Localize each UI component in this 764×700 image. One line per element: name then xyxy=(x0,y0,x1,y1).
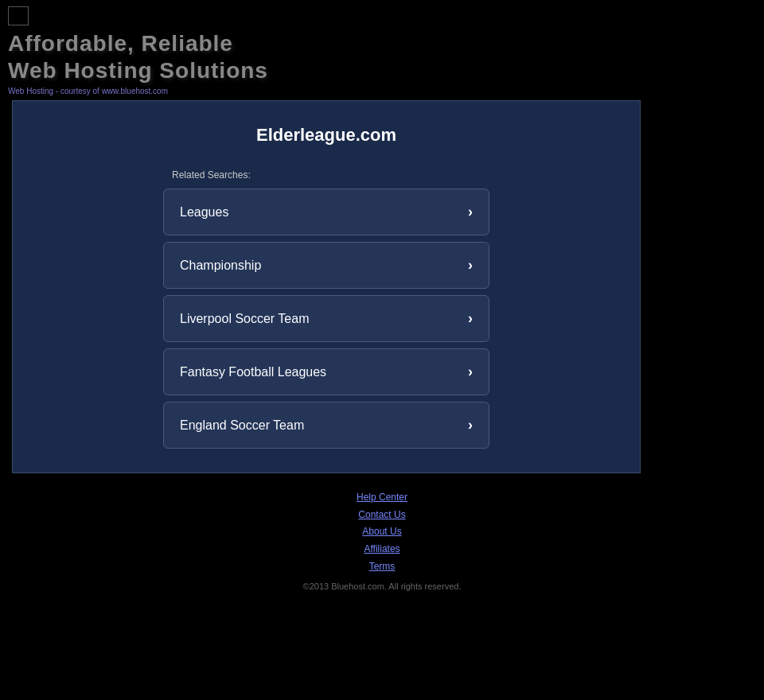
footer-link-contact-us[interactable]: Contact Us xyxy=(0,507,764,524)
card-title: Elderleague.com xyxy=(13,117,640,154)
search-item-championship[interactable]: Championship › xyxy=(163,242,489,289)
chevron-right-icon: › xyxy=(468,204,473,220)
footer-link-affiliates[interactable]: Affiliates xyxy=(0,541,764,558)
search-item-leagues[interactable]: Leagues › xyxy=(163,189,489,235)
search-item-text-liverpool: Liverpool Soccer Team xyxy=(180,312,309,326)
chevron-right-icon: › xyxy=(468,417,473,434)
search-item-england-soccer-team[interactable]: England Soccer Team › xyxy=(163,402,489,449)
header-title-line2: Web Hosting Solutions xyxy=(8,57,756,84)
hosting-credit: Web Hosting - courtesy of www.bluehost.c… xyxy=(8,87,756,95)
search-item-liverpool-soccer-team[interactable]: Liverpool Soccer Team › xyxy=(163,295,489,342)
search-item-text-england: England Soccer Team xyxy=(180,418,304,433)
search-item-text-fantasy: Fantasy Football Leagues xyxy=(180,365,326,379)
footer-copyright: ©2013 Bluehost.com. All rights reserved. xyxy=(0,581,764,591)
related-searches-label: Related Searches: xyxy=(172,169,640,181)
footer-link-help-center[interactable]: Help Center xyxy=(0,489,764,507)
search-items-container: Leagues › Championship › Liverpool Socce… xyxy=(13,189,640,449)
logo-box xyxy=(8,6,29,25)
footer-link-terms[interactable]: Terms xyxy=(0,558,764,576)
search-item-text-leagues: Leagues xyxy=(180,205,228,220)
header-title-line1: Affordable, Reliable xyxy=(8,30,756,57)
chevron-right-icon: › xyxy=(468,310,473,327)
search-item-fantasy-football-leagues[interactable]: Fantasy Football Leagues › xyxy=(163,348,489,395)
footer: Help Center Contact Us About Us Affiliat… xyxy=(0,473,764,599)
header-title: Affordable, Reliable Web Hosting Solutio… xyxy=(8,30,756,84)
main-card: Elderleague.com Related Searches: League… xyxy=(12,100,641,473)
chevron-right-icon: › xyxy=(468,364,473,380)
top-header: Affordable, Reliable Web Hosting Solutio… xyxy=(0,0,764,100)
footer-link-about-us[interactable]: About Us xyxy=(0,523,764,541)
chevron-right-icon: › xyxy=(468,257,473,274)
logo-box-text xyxy=(14,12,23,21)
search-item-text-championship: Championship xyxy=(180,259,261,273)
